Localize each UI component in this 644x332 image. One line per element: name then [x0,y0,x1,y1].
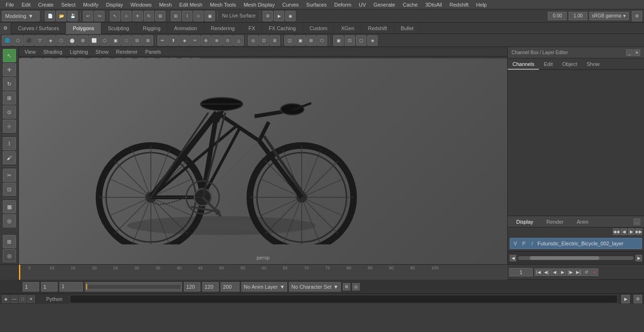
char-set-dropdown[interactable]: No Character Set ▼ [289,282,341,292]
tb2-uv3-btn[interactable]: ⊞ [306,35,316,46]
undo-btn[interactable]: ↩ [83,11,93,21]
tab-fx-caching[interactable]: FX Caching [262,23,303,34]
char-set-settings-btn[interactable]: ⚙ [343,283,350,291]
range-slider[interactable] [85,282,182,292]
menu-windows[interactable]: Windows [127,0,156,9]
menu-select[interactable]: Select [58,0,80,9]
tb2-cam4-btn[interactable]: ◈ [367,35,378,46]
soft-select-tool[interactable]: ⊹ [3,120,16,133]
select-tool[interactable]: ↖ [3,49,16,62]
crease-tool[interactable]: ⊡ [3,183,16,196]
move-tool[interactable]: ✛ [3,63,16,76]
loop-btn[interactable]: ↺ [583,268,590,276]
redo-btn[interactable]: ↪ [94,11,105,21]
render-settings-btn[interactable]: ⚙ [263,11,273,21]
tb2-mirror-btn[interactable]: ⊡ [259,35,269,46]
tab-fx[interactable]: FX [242,23,262,34]
tab-bullet[interactable]: Bullet [394,23,421,34]
tb2-uv1-btn[interactable]: ◫ [284,35,295,46]
ch-tab-show[interactable]: Show [582,58,604,70]
menu-edit-mesh[interactable]: Edit Mesh [175,0,206,9]
tb2-btn13[interactable]: ⊟ [132,35,142,46]
rotate-tool[interactable]: ↻ [3,77,16,90]
tb2-smooth-btn[interactable]: ◎ [248,35,258,46]
menu-generate[interactable]: Generate [370,0,399,9]
current-frame-status[interactable] [41,282,58,292]
python-submit-btn[interactable]: ▶ [621,295,630,303]
python-settings-btn[interactable]: ⚙ [634,295,642,303]
render-btn[interactable]: ▶ [274,11,284,21]
menu-modify[interactable]: Modify [79,0,102,9]
status-extra-btn[interactable]: ◎ [352,283,360,291]
tb2-btn12[interactable]: □ [121,35,132,46]
anim-layer-dropdown[interactable]: No Anim Layer ▼ [241,282,287,292]
tb2-btn2[interactable]: ⬡ [13,35,23,46]
step-forward-btn[interactable]: |▶ [567,268,574,276]
step-back-btn[interactable]: ◀| [543,268,550,276]
viewport[interactable]: View Shading Lighting Show Renderer Pane… [19,47,507,264]
vp-menu-shading[interactable]: Shading [40,47,66,57]
playback-start-input[interactable] [202,282,219,292]
tab-xgen[interactable]: XGen [334,23,361,34]
tab-redshift[interactable]: Redshift [362,23,394,34]
snap-grid-btn[interactable]: ⊞ [171,11,181,21]
close-panel-btn[interactable]: ✕ [634,49,640,56]
bottom-btn2[interactable]: ◎ [3,249,16,262]
move-tool-btn[interactable]: ✛ [132,11,143,21]
tb2-cam1-btn[interactable]: ▣ [333,35,344,46]
frame-end-input[interactable] [184,282,200,292]
vp-menu-view[interactable]: View [21,47,40,57]
play-back-btn[interactable]: ◀ [551,268,558,276]
tab-polygons[interactable]: Polygons [66,23,101,34]
frame-start-input[interactable] [23,282,39,292]
win-close-btn[interactable]: ✕ [27,295,35,303]
menu-file[interactable]: File [2,0,18,9]
tb2-btn6[interactable]: ⬡ [56,35,66,46]
menu-create[interactable]: Create [34,0,58,9]
multi-cut-tool[interactable]: ✂ [3,169,16,182]
total-frames-input[interactable] [221,282,239,292]
gamma-dropdown[interactable]: sRGB gamma ▼ [589,12,629,20]
layer-row[interactable]: V P / Futuristic_Electric_Bicycle_002_la… [510,238,642,249]
snap-view-btn[interactable]: ▣ [205,11,215,21]
settings-btn[interactable]: ⚙ [632,11,642,21]
current-frame-input[interactable] [509,268,533,276]
tab-sculpting[interactable]: Sculpting [101,23,136,34]
vp-menu-show[interactable]: Show [92,47,113,57]
tab-animation[interactable]: Animation [167,23,204,34]
menu-cache[interactable]: Cache [399,0,421,9]
menu-mesh-display[interactable]: Mesh Display [240,0,279,9]
goto-start-btn[interactable]: |◀ [535,268,542,276]
tb2-tri-btn[interactable]: △ [233,35,244,46]
menu-curves[interactable]: Curves [279,0,303,9]
tb2-btn1[interactable]: 🌐 [2,35,12,46]
show-overlay-btn[interactable]: ◎ [3,214,16,227]
show-grid-btn[interactable]: ▦ [3,200,16,213]
tb2-bool-btn[interactable]: ⊞ [270,35,280,46]
menu-redshift[interactable]: Redshift [446,0,472,9]
tb2-cam2-btn[interactable]: ⊡ [345,35,355,46]
layers-scroll-right-btn[interactable]: ▶ [636,255,642,261]
menu-help[interactable]: Help [472,0,491,9]
vp-menu-renderer[interactable]: Renderer [112,47,141,57]
minimize-panel-btn[interactable]: _ [626,49,633,56]
layer-tab-anim[interactable]: Anim [572,216,593,227]
lasso-tool-btn[interactable]: ⊹ [121,11,132,21]
scale-tool[interactable]: ⊞ [3,91,16,105]
tb2-btn10[interactable]: ⬡ [99,35,110,46]
autokey-btn[interactable]: ● [591,268,598,276]
layer-scroll-right2[interactable]: ▶▶ [636,228,642,235]
snap-curve-btn[interactable]: ⌇ [182,11,192,21]
menu-display[interactable]: Display [102,0,127,9]
tb2-bridge-btn[interactable]: ⊗ [212,35,222,46]
menu-mesh[interactable]: Mesh [155,0,175,9]
menu-3dtoa[interactable]: 3DtoAll [421,0,446,9]
tb2-btn8[interactable]: ⊞ [78,35,88,46]
gamma-input[interactable] [569,12,587,20]
tab-custom[interactable]: Custom [303,23,335,34]
menu-deform[interactable]: Deform [330,0,355,9]
tb2-merge-btn[interactable]: ⊕ [201,35,211,46]
select-tool-btn[interactable]: ↖ [110,11,120,21]
tab-rendering[interactable]: Rendering [204,23,242,34]
layer-scroll-right1[interactable]: ▶ [628,228,635,235]
